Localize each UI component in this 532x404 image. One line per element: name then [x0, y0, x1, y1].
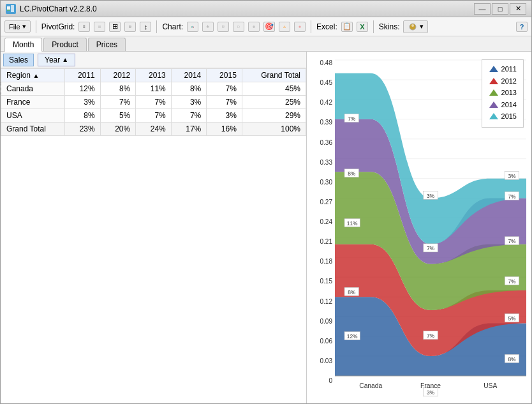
title-bar: LC.PivotChart v2.2.8.0 — □ ✕	[1, 1, 531, 17]
tab-month-label: Month	[13, 40, 34, 49]
svg-text:France: France	[420, 382, 441, 389]
pivot-grid-button-4[interactable]	[124, 22, 136, 32]
y-axis-labels: 0.48 0.45 0.42 0.39 0.36 0.33 0.30 0.27 …	[312, 57, 335, 398]
chart-button-5[interactable]	[248, 22, 260, 32]
tabs-row: Month Product Prices	[1, 36, 531, 52]
region-column-header: Region ▲	[1, 69, 65, 82]
file-menu-button[interactable]: File ▾	[4, 20, 31, 33]
chart-area: 7% 8% 11% 8% 12% 3% 7%	[335, 57, 526, 398]
help-button[interactable]: ?	[516, 22, 528, 32]
svg-rect-19	[222, 26, 225, 27]
svg-marker-85	[489, 101, 498, 108]
svg-text:7%: 7%	[427, 333, 435, 339]
svg-text:USA: USA	[484, 382, 497, 389]
tab-prices-label: Prices	[96, 40, 117, 49]
excel-button-2[interactable]: X	[357, 22, 368, 32]
data-table: Region ▲ 2011 2012 2013 2014 2015 Grand …	[1, 68, 306, 136]
svg-rect-14	[193, 26, 193, 27]
skins-label: Skins:	[379, 22, 400, 31]
svg-marker-82	[489, 66, 498, 72]
table-row: France3%7%7%3%7%25%	[1, 96, 306, 109]
pivot-grid-button-1[interactable]	[78, 22, 90, 32]
cell-value: 7%	[136, 96, 172, 109]
chart-button-8[interactable]	[294, 22, 306, 32]
region-sort-icon: ▲	[33, 72, 39, 79]
svg-text:7%: 7%	[508, 193, 516, 200]
pivotgrid-label: PivotGrid:	[41, 22, 75, 31]
cell-value: 8%	[65, 109, 101, 123]
window-title: LC.PivotChart v2.2.8.0	[20, 4, 97, 13]
table-row: Grand Total23%20%24%17%16%100%	[1, 123, 306, 136]
legend-item-2011: 2011	[489, 64, 517, 75]
cell-value: 45%	[242, 82, 306, 96]
cell-value: 23%	[65, 123, 101, 136]
tab-month[interactable]: Month	[4, 38, 42, 52]
chart-legend: 2011 2012 2013 2014	[482, 59, 524, 128]
separator-3	[311, 20, 311, 33]
chart-button-2[interactable]	[202, 22, 214, 32]
svg-text:7%: 7%	[427, 245, 435, 251]
tab-product[interactable]: Product	[43, 38, 86, 51]
pivot-grid-button-2[interactable]	[94, 22, 105, 32]
cell-value: 7%	[207, 96, 242, 109]
app-icon	[6, 4, 16, 14]
table-body: Canada12%8%11%8%7%45%France3%7%7%3%7%25%…	[1, 82, 306, 136]
svg-rect-22	[237, 26, 240, 27]
pivot-grid-button-5[interactable]: ↕	[140, 22, 151, 32]
svg-rect-3	[83, 26, 84, 27]
skins-button[interactable]: ▾	[403, 20, 428, 33]
svg-rect-16	[207, 26, 207, 27]
svg-rect-13	[191, 26, 192, 27]
cell-value: 16%	[207, 123, 242, 136]
svg-point-30	[411, 24, 414, 27]
row-label-grand-total: Grand Total	[1, 123, 65, 136]
chart-button-7[interactable]	[279, 22, 290, 32]
col-header-grand-total: Grand Total	[242, 69, 306, 82]
svg-text:Canada: Canada	[359, 382, 382, 389]
cell-value: 7%	[100, 96, 136, 109]
svg-text:12%: 12%	[347, 333, 358, 340]
chart-button-3[interactable]	[218, 22, 229, 32]
minimize-button[interactable]: —	[474, 3, 491, 15]
excel-button-1[interactable]: 📋	[341, 22, 353, 32]
chart-button-1[interactable]	[187, 22, 198, 32]
chart-panel: 0.48 0.45 0.42 0.39 0.36 0.33 0.30 0.27 …	[307, 52, 531, 403]
maximize-button[interactable]: □	[492, 3, 508, 15]
close-button[interactable]: ✕	[510, 3, 526, 15]
cell-value: 3%	[207, 109, 242, 123]
legend-item-2015: 2015	[489, 111, 517, 122]
toolbar: File ▾ PivotGrid: ⊞ ↕ Chart:	[1, 17, 531, 36]
col-header-2014: 2014	[171, 69, 207, 82]
cell-value: 29%	[242, 109, 306, 123]
year-sort-box[interactable]: Year ▲	[38, 54, 75, 66]
cell-value: 7%	[171, 109, 207, 123]
file-label: File	[9, 23, 20, 31]
pivot-grid-button-3[interactable]: ⊞	[109, 22, 121, 32]
cell-value: 5%	[100, 109, 136, 123]
svg-rect-2	[7, 10, 10, 11]
file-dropdown-icon: ▾	[22, 22, 26, 31]
svg-rect-18	[209, 26, 209, 27]
column-header-row: Region ▲ 2011 2012 2013 2014 2015 Grand …	[1, 69, 306, 82]
svg-text:3%: 3%	[427, 389, 435, 396]
legend-label-2011: 2011	[501, 64, 517, 75]
svg-text:7%: 7%	[348, 116, 356, 122]
svg-marker-83	[489, 78, 498, 84]
sort-arrow-icon: ▲	[62, 56, 68, 63]
cell-value: 8%	[100, 82, 136, 96]
cell-value: 17%	[171, 123, 207, 136]
cell-value: 8%	[171, 82, 207, 96]
chart-button-4[interactable]	[233, 22, 244, 32]
cell-value: 7%	[136, 109, 172, 123]
col-header-2013: 2013	[136, 69, 172, 82]
row-label-usa: USA	[1, 109, 65, 123]
cell-value: 24%	[136, 123, 172, 136]
svg-point-28	[299, 26, 300, 27]
main-window: LC.PivotChart v2.2.8.0 — □ ✕ File ▾ Pivo…	[0, 0, 532, 404]
chart-button-6[interactable]: 🎯	[263, 22, 275, 32]
svg-text:3%: 3%	[508, 173, 516, 179]
title-bar-left: LC.PivotChart v2.2.8.0	[6, 4, 97, 14]
svg-text:11%: 11%	[347, 220, 358, 227]
window-controls: — □ ✕	[474, 3, 526, 15]
tab-prices[interactable]: Prices	[88, 38, 126, 51]
